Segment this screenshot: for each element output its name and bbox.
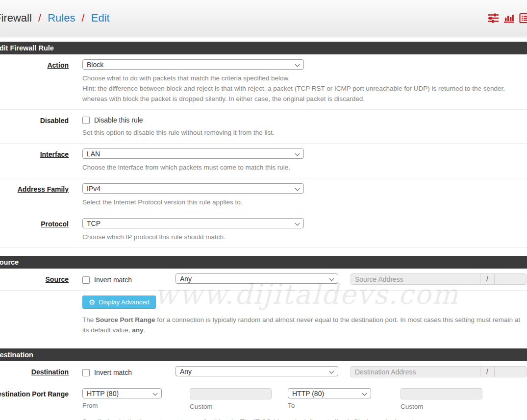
port-to-select-value: HTTP (80) bbox=[292, 390, 324, 397]
source-type-select[interactable]: Any bbox=[176, 273, 338, 284]
disable-rule-checkbox-label: Disable this rule bbox=[94, 116, 143, 124]
action-select-value: Block bbox=[87, 61, 103, 69]
row-action: Action Block Choose what to do with pack… bbox=[0, 54, 527, 110]
row-destination: Destination Invert match Any / bbox=[0, 361, 527, 383]
row-protocol: Protocol TCP Choose which IP protocol th… bbox=[0, 213, 527, 248]
destination-address-group: / bbox=[351, 366, 527, 377]
disabled-help: Set this option to disable this rule wit… bbox=[82, 127, 527, 138]
source-port-range-help: The Source Port Range for a connection i… bbox=[82, 315, 527, 335]
address-family-help: Select the Internet Protocol version thi… bbox=[82, 197, 527, 207]
port-from-custom-caption: Custom bbox=[190, 403, 271, 410]
destination-label: Destination bbox=[31, 368, 69, 376]
source-label: Source bbox=[46, 275, 69, 283]
action-select[interactable]: Block bbox=[82, 59, 304, 70]
row-destination-port-range: Destination Port Range HTTP (80) From Cu… bbox=[0, 383, 527, 420]
chevron-down-icon bbox=[295, 151, 300, 156]
display-advanced-button[interactable]: ⚙ Display Advanced bbox=[82, 296, 156, 309]
bar-chart-icon[interactable] bbox=[503, 13, 515, 24]
chevron-down-icon bbox=[329, 369, 334, 374]
breadcrumb-edit-link[interactable]: Edit bbox=[91, 12, 110, 24]
address-family-select-value: IPv4 bbox=[87, 185, 100, 193]
port-to-custom-input[interactable] bbox=[401, 388, 482, 399]
port-from-select-value: HTTP (80) bbox=[87, 390, 119, 397]
breadcrumb-firewall[interactable]: Firewall bbox=[0, 12, 32, 24]
breadcrumb-separator: / bbox=[78, 12, 88, 24]
interface-select[interactable]: LAN bbox=[82, 148, 304, 159]
panel-title-source: Source bbox=[0, 256, 527, 269]
display-advanced-label: Display Advanced bbox=[99, 298, 149, 306]
destination-address-input[interactable] bbox=[351, 366, 480, 377]
breadcrumb-separator: / bbox=[35, 12, 45, 24]
source-address-input[interactable] bbox=[351, 273, 480, 285]
interface-help: Choose the interface from which packets … bbox=[82, 162, 527, 173]
chevron-down-icon bbox=[295, 221, 300, 226]
action-label: Action bbox=[47, 61, 69, 69]
port-from-custom-input[interactable] bbox=[190, 388, 272, 399]
destination-port-range-help: Specify the destination port or port ran… bbox=[82, 417, 527, 420]
gear-icon: ⚙ bbox=[89, 298, 95, 306]
chevron-down-icon bbox=[153, 391, 158, 396]
row-address-family: Address Family IPv4 Select the Internet … bbox=[0, 178, 527, 213]
source-invert-label: Invert match bbox=[94, 276, 132, 284]
address-family-label: Address Family bbox=[18, 185, 69, 193]
row-source: Source Invert match Any / bbox=[0, 269, 527, 291]
sliders-icon[interactable] bbox=[487, 13, 499, 24]
chevron-down-icon bbox=[362, 391, 367, 396]
port-to-select[interactable]: HTTP (80) bbox=[288, 388, 371, 398]
destination-invert-label: Invert match bbox=[94, 369, 132, 376]
disable-rule-checkbox[interactable] bbox=[82, 117, 90, 124]
breadcrumb-rules-link[interactable]: Rules bbox=[48, 12, 75, 24]
port-from-caption: From bbox=[82, 402, 176, 409]
header-actions bbox=[487, 13, 527, 24]
row-source-advanced: ⚙ Display Advanced The Source Port Range… bbox=[0, 291, 527, 341]
destination-port-range-label: Destination Port Range bbox=[0, 390, 69, 398]
chevron-down-icon bbox=[329, 276, 334, 281]
destination-mask-separator: / bbox=[480, 366, 494, 377]
protocol-label: Protocol bbox=[41, 220, 69, 228]
interface-select-value: LAN bbox=[87, 150, 100, 158]
port-to-caption: To bbox=[288, 402, 386, 409]
port-from-select[interactable]: HTTP (80) bbox=[82, 388, 162, 398]
source-mask-input[interactable] bbox=[494, 273, 527, 285]
source-mask-separator: / bbox=[480, 273, 494, 285]
panel-destination: Destination Destination Invert match Any… bbox=[0, 348, 527, 420]
protocol-select[interactable]: TCP bbox=[82, 218, 304, 228]
destination-type-select-value: Any bbox=[180, 368, 192, 375]
address-family-select[interactable]: IPv4 bbox=[82, 183, 304, 194]
source-invert-checkbox[interactable] bbox=[82, 276, 90, 284]
destination-mask-input[interactable] bbox=[494, 366, 527, 377]
source-type-select-value: Any bbox=[180, 275, 192, 283]
port-to-custom-caption: Custom bbox=[401, 403, 481, 410]
destination-invert-checkbox[interactable] bbox=[82, 369, 90, 376]
log-list-icon[interactable] bbox=[519, 13, 527, 24]
protocol-select-value: TCP bbox=[87, 220, 100, 227]
panel-source: Source Source Invert match Any / bbox=[0, 256, 527, 341]
source-address-group: / bbox=[351, 273, 527, 285]
breadcrumb-bar: Firewall / Rules / Edit bbox=[0, 0, 527, 36]
protocol-help: Choose which IP protocol this rule shoul… bbox=[82, 232, 527, 242]
destination-type-select[interactable]: Any bbox=[176, 366, 338, 376]
panel-edit-firewall-rule: Edit Firewall Rule Action Block Choose w… bbox=[0, 42, 527, 248]
panel-title-edit-firewall-rule: Edit Firewall Rule bbox=[0, 42, 527, 54]
panel-title-destination: Destination bbox=[0, 348, 527, 361]
row-disabled: Disabled Disable this rule Set this opti… bbox=[0, 110, 527, 144]
page: Firewall / Rules / Edit bbox=[0, 0, 527, 420]
row-interface: Interface LAN Choose the interface from … bbox=[0, 144, 527, 178]
breadcrumb: Firewall / Rules / Edit bbox=[0, 12, 110, 25]
action-help: Choose what to do with packets that matc… bbox=[82, 73, 527, 104]
interface-label: Interface bbox=[40, 150, 69, 158]
chevron-down-icon bbox=[295, 186, 300, 191]
disabled-label: Disabled bbox=[40, 117, 69, 124]
chevron-down-icon bbox=[295, 62, 300, 67]
